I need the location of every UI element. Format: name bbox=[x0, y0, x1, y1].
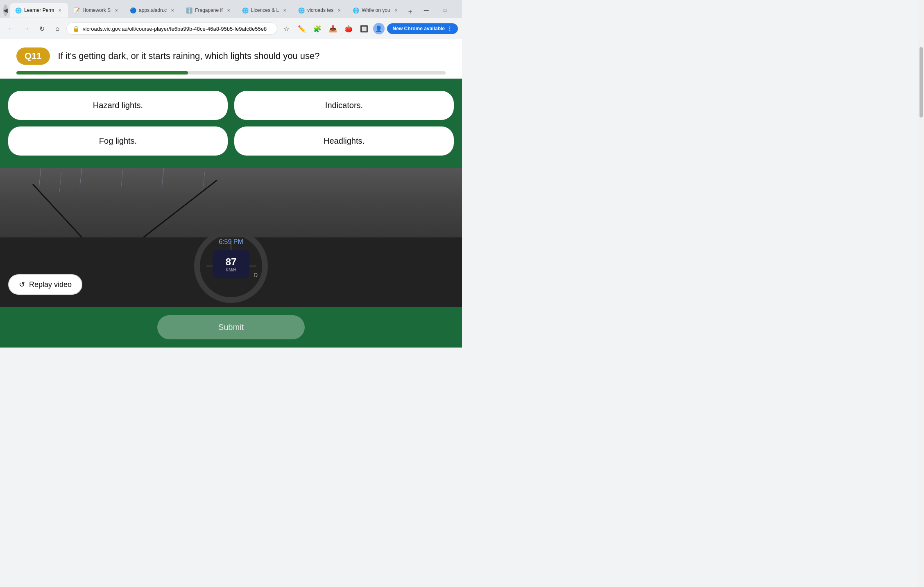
security-icon: 🔒 bbox=[72, 25, 79, 32]
progress-bar-fill bbox=[16, 71, 188, 75]
tab-label-fragapane: Fragapane if bbox=[195, 7, 222, 13]
url-text: vicroads.vic.gov.au/olt/course-player/fe… bbox=[83, 26, 271, 32]
tab-apps-aladn[interactable]: 🔵 apps.aladn.c ✕ bbox=[125, 3, 181, 18]
back-button[interactable]: ← bbox=[4, 22, 17, 35]
answer-indicators[interactable]: Indicators. bbox=[234, 91, 454, 120]
new-chrome-label: New Chrome available bbox=[393, 26, 445, 32]
svg-line-3 bbox=[59, 172, 61, 192]
downloads-icon[interactable]: 📥 bbox=[326, 22, 340, 35]
speed-unit: KM/H bbox=[226, 268, 236, 272]
bookmark-button[interactable]: ☆ bbox=[280, 22, 293, 35]
svg-line-2 bbox=[39, 168, 41, 188]
tab-icon-apps: 🔵 bbox=[130, 7, 136, 14]
question-text: If it's getting dark, or it starts raini… bbox=[58, 51, 320, 61]
tab-close-learner-perm[interactable]: ✕ bbox=[57, 7, 63, 14]
question-row: Q11 If it's getting dark, or it starts r… bbox=[16, 47, 446, 65]
tab-bar: ◀ 🌐 Learner Perm ✕ 📝 Homework S ✕ 🔵 apps… bbox=[0, 0, 462, 18]
tab-icon-learner-perm: 🌐 bbox=[15, 7, 22, 14]
browser-back-arrow[interactable]: ◀ bbox=[3, 5, 8, 16]
video-overlay: 87 KM/H 6:59 PM D ↺ Replay video bbox=[0, 168, 462, 307]
tab-icon-homework: 📝 bbox=[73, 7, 80, 14]
submit-button[interactable]: Submit bbox=[157, 315, 305, 339]
answers-grid: Hazard lights. Indicators. Fog lights. H… bbox=[8, 91, 454, 156]
tab-while-on-you[interactable]: 🌐 While on you ✕ bbox=[348, 3, 404, 18]
svg-line-4 bbox=[80, 168, 82, 186]
tab-label-apps: apps.aladn.c bbox=[139, 7, 167, 13]
puzzle-icon[interactable]: 🔲 bbox=[358, 22, 371, 35]
pencil-icon[interactable]: ✏️ bbox=[295, 22, 308, 35]
page-content: Q11 If it's getting dark, or it starts r… bbox=[0, 39, 462, 348]
progress-bar bbox=[16, 71, 446, 75]
tab-label-learner-perm: Learner Perm bbox=[24, 7, 54, 13]
speedometer: 87 KM/H bbox=[213, 250, 249, 278]
tab-fragapane[interactable]: ℹ️ Fragapane if ✕ bbox=[181, 3, 236, 18]
tab-vicroads-test[interactable]: 🌐 vicroads tes ✕ bbox=[293, 3, 347, 18]
window-controls: — □ ✕ bbox=[417, 4, 462, 17]
tab-close-vicroads[interactable]: ✕ bbox=[336, 7, 342, 14]
time-display: 6:59 PM bbox=[219, 238, 243, 246]
tab-list: 🌐 Learner Perm ✕ 📝 Homework S ✕ 🔵 apps.a… bbox=[10, 3, 416, 18]
tab-learner-perm[interactable]: 🌐 Learner Perm ✕ bbox=[10, 3, 68, 18]
replay-button[interactable]: ↺ Replay video bbox=[8, 274, 82, 295]
tab-icon-licences: 🌐 bbox=[242, 7, 249, 14]
minimize-button[interactable]: — bbox=[417, 4, 436, 17]
replay-icon: ↺ bbox=[19, 280, 25, 289]
tab-label-vicroads: vicroads tes bbox=[307, 7, 333, 13]
tab-icon-while: 🌐 bbox=[353, 7, 359, 14]
tab-close-homework[interactable]: ✕ bbox=[113, 7, 120, 14]
tab-close-while[interactable]: ✕ bbox=[393, 7, 399, 14]
new-tab-button[interactable]: + bbox=[405, 6, 416, 18]
video-section: 87 KM/H 6:59 PM D ↺ Replay video bbox=[0, 168, 462, 307]
forward-button[interactable]: → bbox=[20, 22, 33, 35]
answers-section: Hazard lights. Indicators. Fog lights. H… bbox=[0, 79, 462, 168]
svg-line-5 bbox=[121, 170, 123, 190]
extensions-icon[interactable]: 🧩 bbox=[311, 22, 324, 35]
tab-icon-vicroads: 🌐 bbox=[298, 7, 305, 14]
speed-value: 87 bbox=[226, 256, 237, 268]
browser-frame: ◀ 🌐 Learner Perm ✕ 📝 Homework S ✕ 🔵 apps… bbox=[0, 0, 462, 39]
footer-section: Submit bbox=[0, 307, 462, 348]
tab-close-licences[interactable]: ✕ bbox=[281, 7, 288, 14]
tab-icon-fragapane: ℹ️ bbox=[186, 7, 192, 14]
svg-line-6 bbox=[162, 168, 164, 188]
tab-homework[interactable]: 📝 Homework S ✕ bbox=[68, 3, 125, 18]
close-button[interactable]: ✕ bbox=[455, 4, 462, 17]
home-button[interactable]: ⌂ bbox=[51, 22, 64, 35]
maximize-button[interactable]: □ bbox=[436, 4, 455, 17]
tab-close-fragapane[interactable]: ✕ bbox=[225, 7, 232, 14]
dashboard: 87 KM/H 6:59 PM D bbox=[0, 237, 462, 307]
refresh-button[interactable]: ↻ bbox=[35, 22, 48, 35]
tab-label-homework: Homework S bbox=[82, 7, 111, 13]
question-badge: Q11 bbox=[16, 47, 50, 65]
tab-close-apps[interactable]: ✕ bbox=[169, 7, 176, 14]
answer-fog-lights[interactable]: Fog lights. bbox=[8, 126, 228, 156]
profile-avatar[interactable]: 👤 bbox=[373, 23, 385, 34]
svg-line-7 bbox=[203, 172, 205, 190]
tab-label-licences: Licences & L bbox=[251, 7, 279, 13]
tomato-icon[interactable]: 🍅 bbox=[342, 22, 355, 35]
new-chrome-button[interactable]: New Chrome available ⋮ bbox=[387, 23, 458, 34]
tab-label-while: While on you bbox=[362, 7, 390, 13]
new-chrome-menu-icon: ⋮ bbox=[447, 26, 452, 32]
browser-toolbar: ← → ↻ ⌂ 🔒 vicroads.vic.gov.au/olt/course… bbox=[0, 18, 462, 39]
replay-label: Replay video bbox=[29, 280, 72, 289]
address-bar[interactable]: 🔒 vicroads.vic.gov.au/olt/course-player/… bbox=[66, 23, 277, 35]
toolbar-actions: ☆ ✏️ 🧩 📥 🍅 🔲 👤 New Chrome available ⋮ bbox=[280, 22, 458, 35]
question-section: Q11 If it's getting dark, or it starts r… bbox=[0, 39, 462, 79]
tab-licences[interactable]: 🌐 Licences & L ✕ bbox=[237, 3, 293, 18]
svg-line-1 bbox=[143, 180, 217, 237]
gear-indicator: D bbox=[254, 272, 258, 278]
svg-line-0 bbox=[33, 184, 82, 237]
answer-headlights[interactable]: Headlights. bbox=[234, 126, 454, 156]
answer-hazard-lights[interactable]: Hazard lights. bbox=[8, 91, 228, 120]
